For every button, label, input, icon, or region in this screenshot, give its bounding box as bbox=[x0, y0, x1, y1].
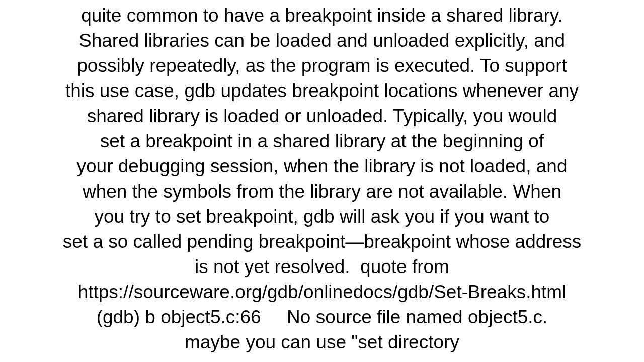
document-page: quite common to have a breakpoint inside… bbox=[0, 0, 644, 362]
text-line: quite common to have a breakpoint inside… bbox=[81, 3, 563, 28]
text-line: set a so called pending breakpoint—break… bbox=[63, 229, 582, 254]
text-line: set a breakpoint in a shared library at … bbox=[100, 129, 544, 154]
text-line: is not yet resolved. quote from bbox=[195, 254, 449, 280]
text-line: https://sourceware.org/gdb/onlinedocs/gd… bbox=[78, 280, 567, 305]
text-line: (gdb) b object5.c:66 No source file name… bbox=[97, 305, 548, 330]
text-line: Shared libraries can be loaded and unloa… bbox=[79, 28, 565, 53]
text-line: maybe you can use "set directory bbox=[185, 330, 459, 355]
text-line: when the symbols from the library are no… bbox=[83, 179, 561, 204]
text-line: your debugging session, when the library… bbox=[77, 154, 568, 179]
text-line: this use case, gdb updates breakpoint lo… bbox=[65, 78, 579, 104]
text-line: possibly repeatedly, as the program is e… bbox=[77, 53, 567, 78]
text-line: shared library is loaded or unloaded. Ty… bbox=[87, 104, 557, 129]
text-line: you try to set breakpoint, gdb will ask … bbox=[95, 204, 550, 229]
